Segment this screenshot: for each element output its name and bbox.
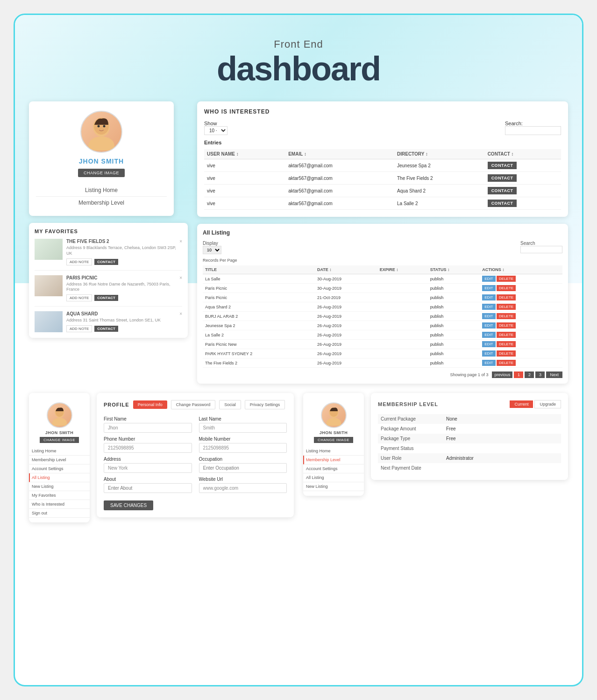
edit-btn[interactable]: EDIT: [482, 350, 495, 357]
cell-expire: [377, 321, 428, 330]
edit-btn[interactable]: EDIT: [482, 285, 495, 291]
contact-btn-3[interactable]: CONTACT: [488, 187, 517, 194]
page-1-btn[interactable]: 1: [514, 371, 523, 378]
contact-button-3[interactable]: CONTACT: [94, 326, 118, 332]
nav-my-favorites[interactable]: My Favorites: [29, 491, 90, 500]
cell-date: 26-Aug-2019: [315, 321, 377, 330]
edit-btn[interactable]: EDIT: [482, 276, 495, 282]
last-name-input[interactable]: [199, 423, 287, 433]
add-note-button-3[interactable]: ADD NOTE: [66, 325, 92, 332]
contact-button-1[interactable]: CONTACT: [94, 259, 118, 265]
page-3-btn[interactable]: 3: [535, 371, 545, 378]
nav-membership-level[interactable]: Membership Level: [29, 456, 90, 464]
remove-fav-3[interactable]: ×: [179, 311, 182, 316]
social-tab[interactable]: Social: [219, 400, 241, 409]
sidebar-name: JHON SMITH: [45, 430, 74, 435]
edit-btn[interactable]: EDIT: [482, 360, 495, 366]
edit-btn[interactable]: EDIT: [482, 332, 495, 338]
nav-who-interested[interactable]: Who is Interested: [29, 500, 90, 509]
show-select[interactable]: 10 ÷: [204, 126, 227, 135]
nav-listing-home[interactable]: Listing Home: [29, 447, 90, 456]
occupation-input[interactable]: [199, 463, 287, 473]
col-date: DATE ↕: [315, 265, 377, 274]
remove-fav-2[interactable]: ×: [179, 275, 182, 280]
personal-info-tab[interactable]: Personal Info: [133, 400, 167, 409]
favorite-item-3: AQUA SHARD Address 31 Saint Thomas Stree…: [35, 311, 182, 332]
save-changes-button[interactable]: SAVE CHANGES: [104, 500, 153, 510]
cell-status: publish: [428, 321, 480, 330]
change-password-tab[interactable]: Change Password: [171, 400, 216, 409]
cell-actions: EDIT DELETE: [480, 284, 562, 293]
contact-btn-2[interactable]: CONTACT: [488, 174, 517, 182]
edit-btn[interactable]: EDIT: [482, 322, 495, 329]
nav-new-listing[interactable]: New Listing: [29, 482, 90, 491]
delete-btn[interactable]: DELETE: [497, 276, 516, 282]
membership-key-5: User Role: [381, 456, 446, 461]
website-input[interactable]: [199, 483, 287, 493]
nav2-account-settings[interactable]: Account Settings: [303, 464, 364, 473]
delete-btn[interactable]: DELETE: [497, 304, 516, 310]
nav-all-listing[interactable]: All Listing: [29, 473, 90, 482]
cell-contact: CONTACT: [485, 185, 561, 197]
page-2-btn[interactable]: 2: [525, 371, 534, 378]
edit-btn[interactable]: EDIT: [482, 294, 495, 300]
profile-name: JHON SMITH: [79, 157, 124, 165]
nav-account-settings[interactable]: Account Settings: [29, 464, 90, 473]
favorite-item: THE FIVE FIELDS 2 Address 9 Blacklands T…: [35, 239, 182, 270]
remove-fav-1[interactable]: ×: [179, 239, 182, 244]
cell-date: 30-Aug-2019: [315, 274, 377, 284]
pagination: Showing page 1 of 3 previous 1 2 3 Next: [203, 371, 562, 378]
cell-date: 26-Aug-2019: [315, 312, 377, 321]
delete-btn[interactable]: DELETE: [497, 341, 516, 347]
occupation-group: Occupation: [199, 457, 287, 473]
current-btn[interactable]: Current: [510, 400, 533, 408]
address-input[interactable]: [104, 463, 192, 473]
cell-username: vive: [204, 172, 285, 185]
cell-actions: EDIT DELETE: [480, 302, 562, 312]
contact-btn-1[interactable]: CONTACT: [488, 162, 517, 169]
cell-title: La Salle 2: [203, 330, 315, 340]
delete-btn[interactable]: DELETE: [497, 332, 516, 338]
sidebar-change-image-btn[interactable]: CHANGE IMAGE: [40, 437, 79, 443]
search-input[interactable]: [505, 126, 561, 135]
add-note-button-1[interactable]: ADD NOTE: [66, 258, 92, 265]
cell-directory: La Salle 2: [394, 197, 485, 210]
sidebar-avatar-2: [321, 402, 347, 428]
membership-key-6: Next Payment Date: [381, 465, 446, 471]
nav2-listing-home[interactable]: Listing Home: [303, 447, 364, 456]
privacy-settings-tab[interactable]: Privacy Settings: [245, 400, 285, 409]
listing-search-input[interactable]: [520, 246, 562, 253]
nav2-membership-level[interactable]: Membership Level: [303, 456, 364, 464]
delete-btn[interactable]: DELETE: [497, 360, 516, 366]
nav-sign-out[interactable]: Sign out: [29, 509, 90, 518]
membership-val-1: None: [446, 416, 558, 421]
mobile-input[interactable]: [199, 443, 287, 453]
contact-btn-4[interactable]: CONTACT: [488, 200, 517, 207]
add-note-button-2[interactable]: ADD NOTE: [66, 294, 92, 301]
change-image-button[interactable]: CHANGE IMAGE: [78, 169, 125, 177]
col-status: STATUS ↕: [428, 265, 480, 274]
phone-input[interactable]: [104, 443, 192, 453]
delete-btn[interactable]: DELETE: [497, 313, 516, 319]
cell-actions: EDIT DELETE: [480, 312, 562, 321]
contact-button-2[interactable]: CONTACT: [94, 295, 118, 301]
edit-btn[interactable]: EDIT: [482, 313, 495, 319]
nav2-new-listing[interactable]: New Listing: [303, 482, 364, 491]
sidebar-change-image-btn-2[interactable]: CHANGE IMAGE: [314, 437, 353, 443]
nav-membership-level[interactable]: Membership Level: [36, 197, 167, 209]
edit-btn[interactable]: EDIT: [482, 341, 495, 347]
upgrade-btn[interactable]: Upgrade: [534, 400, 561, 408]
nav2-all-listing[interactable]: All Listing: [303, 473, 364, 482]
delete-btn[interactable]: DELETE: [497, 285, 516, 291]
nav-listing-home[interactable]: Listing Home: [36, 184, 167, 197]
delete-btn[interactable]: DELETE: [497, 350, 516, 357]
next-page-btn[interactable]: Next: [546, 371, 562, 378]
edit-btn[interactable]: EDIT: [482, 304, 495, 310]
delete-btn[interactable]: DELETE: [497, 294, 516, 300]
table-row: vive aktar567@gmail.com The Five Fields …: [204, 172, 561, 185]
prev-page-btn[interactable]: previous: [492, 371, 512, 378]
display-select[interactable]: 10 ÷: [203, 246, 221, 254]
delete-btn[interactable]: DELETE: [497, 322, 516, 329]
about-input[interactable]: [104, 483, 192, 493]
first-name-input[interactable]: [104, 423, 192, 433]
